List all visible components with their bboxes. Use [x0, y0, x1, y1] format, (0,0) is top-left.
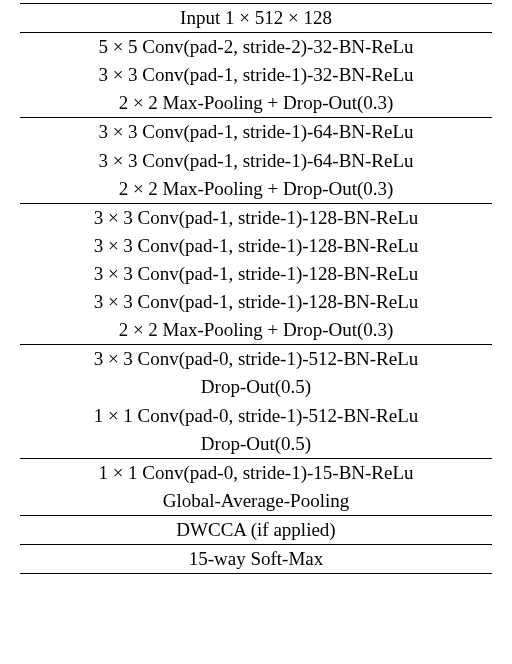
- layer-group: 5 × 5 Conv(pad-2, stride-2)-32-BN-ReLu3 …: [20, 33, 492, 118]
- layer-row: 3 × 3 Conv(pad-1, stride-1)-128-BN-ReLu: [20, 204, 492, 232]
- layer-row: 3 × 3 Conv(pad-0, stride-1)-512-BN-ReLu: [20, 345, 492, 373]
- layer-group: 3 × 3 Conv(pad-1, stride-1)-128-BN-ReLu3…: [20, 204, 492, 346]
- layer-row: Drop-Out(0.5): [20, 373, 492, 401]
- layer-row: 3 × 3 Conv(pad-1, stride-1)-128-BN-ReLu: [20, 232, 492, 260]
- layer-row: 3 × 3 Conv(pad-1, stride-1)-128-BN-ReLu: [20, 260, 492, 288]
- layer-group: DWCCA (if applied): [20, 516, 492, 545]
- layer-row: 3 × 3 Conv(pad-1, stride-1)-32-BN-ReLu: [20, 61, 492, 89]
- layer-row: 2 × 2 Max-Pooling + Drop-Out(0.3): [20, 175, 492, 203]
- layer-row: Global-Average-Pooling: [20, 487, 492, 515]
- layer-row: 1 × 1 Conv(pad-0, stride-1)-15-BN-ReLu: [20, 459, 492, 487]
- layer-row: 2 × 2 Max-Pooling + Drop-Out(0.3): [20, 89, 492, 117]
- layer-row: 15-way Soft-Max: [20, 545, 492, 573]
- layer-row: 3 × 3 Conv(pad-1, stride-1)-128-BN-ReLu: [20, 288, 492, 316]
- layer-row: 3 × 3 Conv(pad-1, stride-1)-64-BN-ReLu: [20, 147, 492, 175]
- layer-group: 3 × 3 Conv(pad-0, stride-1)-512-BN-ReLuD…: [20, 345, 492, 458]
- layer-row: Input 1 × 512 × 128: [20, 4, 492, 32]
- layer-group: Input 1 × 512 × 128: [20, 3, 492, 33]
- layer-row: 5 × 5 Conv(pad-2, stride-2)-32-BN-ReLu: [20, 33, 492, 61]
- layer-group: 15-way Soft-Max: [20, 545, 492, 574]
- architecture-table: Input 1 × 512 × 1285 × 5 Conv(pad-2, str…: [20, 3, 492, 574]
- layer-row: 1 × 1 Conv(pad-0, stride-1)-512-BN-ReLu: [20, 402, 492, 430]
- layer-row: Drop-Out(0.5): [20, 430, 492, 458]
- layer-group: 1 × 1 Conv(pad-0, stride-1)-15-BN-ReLuGl…: [20, 459, 492, 516]
- layer-row: 3 × 3 Conv(pad-1, stride-1)-64-BN-ReLu: [20, 118, 492, 146]
- layer-row: DWCCA (if applied): [20, 516, 492, 544]
- layer-row: 2 × 2 Max-Pooling + Drop-Out(0.3): [20, 316, 492, 344]
- layer-group: 3 × 3 Conv(pad-1, stride-1)-64-BN-ReLu3 …: [20, 118, 492, 203]
